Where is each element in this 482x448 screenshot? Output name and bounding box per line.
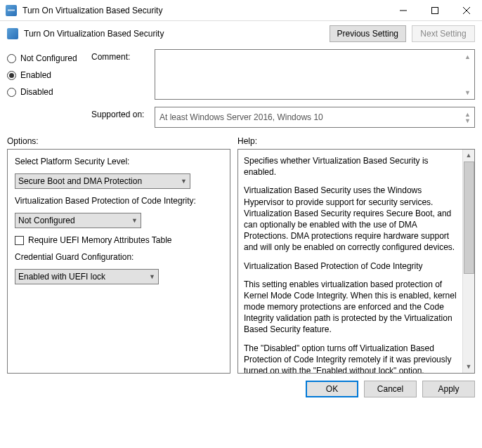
dropdown-value: Not Configured	[18, 216, 75, 225]
svg-rect-1	[431, 7, 438, 13]
radio-icon	[7, 88, 16, 97]
header: Turn On Virtualization Based Security Pr…	[0, 21, 482, 46]
comment-input[interactable]: ▲ ▼	[155, 49, 475, 100]
policy-icon	[7, 28, 18, 39]
help-text: Virtualization Based Protection of Code …	[244, 261, 460, 272]
help-text: This setting enables virtualization base…	[244, 279, 460, 336]
checkbox-icon	[15, 236, 24, 245]
scroll-down-icon[interactable]: ▼	[463, 361, 474, 373]
radio-not-configured[interactable]: Not Configured	[7, 53, 84, 63]
close-button[interactable]	[450, 0, 482, 20]
supported-value: At least Windows Server 2016, Windows 10	[159, 112, 323, 122]
scrollbar[interactable]: ▲ ▼	[462, 150, 474, 373]
scrollbar-thumb[interactable]	[464, 162, 474, 274]
help-text: Specifies whether Virtualization Based S…	[244, 155, 460, 178]
options-label: Options:	[7, 136, 237, 146]
radio-disabled[interactable]: Disabled	[7, 87, 84, 97]
ok-button[interactable]: OK	[306, 381, 358, 397]
radio-icon	[7, 54, 16, 63]
credential-guard-dropdown[interactable]: Enabled with UEFI lock ▼	[15, 269, 159, 284]
apply-button[interactable]: Apply	[422, 381, 475, 397]
supported-label: Supported on:	[91, 107, 148, 119]
radio-label: Not Configured	[20, 53, 77, 63]
checkbox-label: Require UEFI Memory Attributes Table	[28, 235, 172, 245]
comment-label: Comment:	[91, 49, 148, 62]
maximize-button[interactable]	[419, 0, 450, 20]
scroll-down-icon[interactable]: ▼	[462, 87, 473, 98]
cancel-button[interactable]: Cancel	[364, 381, 417, 397]
scroll-up-icon[interactable]: ▲	[463, 150, 474, 162]
radio-label: Enabled	[20, 70, 51, 80]
chevron-down-icon: ▼	[131, 217, 138, 224]
dropdown-value: Secure Boot and DMA Protection	[18, 176, 142, 186]
radio-icon	[7, 71, 16, 80]
previous-setting-button[interactable]: Previous Setting	[330, 25, 406, 42]
options-pane: Select Platform Security Level: Secure B…	[7, 149, 230, 374]
chevron-down-icon: ▼	[149, 273, 155, 280]
app-icon	[6, 5, 17, 16]
platform-security-dropdown[interactable]: Secure Boot and DMA Protection ▼	[15, 173, 190, 189]
credential-guard-label: Credential Guard Configuration:	[15, 252, 223, 262]
radio-enabled[interactable]: Enabled	[7, 70, 84, 80]
help-label: Help:	[237, 136, 257, 146]
next-setting-button[interactable]: Next Setting	[412, 25, 475, 42]
code-integrity-dropdown[interactable]: Not Configured ▼	[15, 213, 141, 228]
titlebar: Turn On Virtualization Based Security	[0, 0, 482, 21]
policy-title: Turn On Virtualization Based Security	[24, 29, 164, 39]
dropdown-value: Enabled with UEFI lock	[18, 272, 105, 282]
platform-security-label: Select Platform Security Level:	[15, 157, 223, 166]
window-title: Turn On Virtualization Based Security	[22, 6, 387, 15]
supported-on-field: At least Windows Server 2016, Windows 10…	[155, 107, 475, 128]
scroll-down-icon[interactable]: ▼	[462, 115, 473, 126]
chevron-down-icon: ▼	[181, 178, 187, 185]
scroll-up-icon[interactable]: ▲	[462, 51, 473, 62]
radio-label: Disabled	[20, 87, 53, 97]
minimize-button[interactable]	[387, 0, 419, 20]
code-integrity-label: Virtualization Based Protection of Code …	[15, 196, 223, 206]
uefi-checkbox[interactable]: Require UEFI Memory Attributes Table	[15, 235, 223, 245]
help-pane: Specifies whether Virtualization Based S…	[237, 149, 475, 374]
footer: OK Cancel Apply	[0, 374, 482, 404]
help-text: The "Disabled" option turns off Virtuali…	[244, 343, 460, 374]
help-text: Virtualization Based Security uses the W…	[244, 185, 460, 253]
